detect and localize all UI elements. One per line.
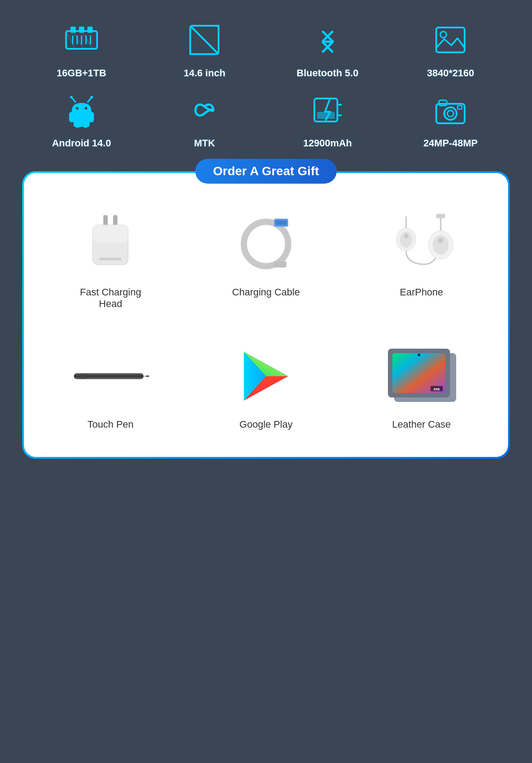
- spec-mtk: MTK: [145, 88, 264, 149]
- gift-earphone: EarPhone: [348, 200, 495, 319]
- gift-case-label: Leather Case: [392, 419, 451, 430]
- spec-storage: 16GB+1TB: [22, 18, 141, 79]
- svg-point-16: [440, 31, 446, 38]
- svg-line-13: [190, 26, 219, 54]
- svg-rect-42: [99, 258, 121, 260]
- gift-title: Order A Great Gift: [213, 164, 319, 178]
- svg-point-67: [418, 354, 420, 356]
- svg-rect-15: [436, 28, 465, 52]
- spec-screen: 14.6 inch: [145, 18, 264, 79]
- spec-resolution-label: 3840*2160: [427, 67, 474, 79]
- gift-pen-label: Touch Pen: [87, 419, 133, 430]
- gift-cable: Charging Cable: [193, 200, 340, 319]
- screen-icon: [182, 18, 227, 62]
- earphone-image: [382, 208, 462, 279]
- memory-icon: [59, 18, 104, 62]
- googleplay-image: [226, 341, 306, 412]
- svg-text:858: 858: [434, 387, 440, 391]
- svg-rect-56: [436, 214, 445, 218]
- spec-mtk-label: MTK: [194, 138, 215, 149]
- svg-point-50: [404, 234, 408, 238]
- svg-point-53: [438, 238, 443, 243]
- svg-rect-59: [81, 374, 86, 379]
- image-icon: [428, 18, 473, 62]
- svg-rect-47: [274, 261, 286, 267]
- chip-icon: [182, 88, 227, 132]
- spec-bluetooth: Bluetooth 5.0: [268, 18, 387, 79]
- svg-marker-58: [144, 375, 149, 378]
- svg-rect-37: [458, 106, 462, 109]
- svg-point-21: [76, 107, 78, 110]
- gift-cable-label: Charging Cable: [232, 287, 300, 298]
- svg-point-20: [90, 96, 93, 98]
- svg-rect-27: [83, 124, 88, 128]
- android-icon: [59, 88, 104, 132]
- svg-rect-46: [276, 220, 286, 225]
- spec-battery-label: 12900mAh: [303, 138, 352, 149]
- spec-battery: 12900mAh: [268, 88, 387, 149]
- charger-image: [70, 208, 150, 279]
- cable-image: [226, 208, 306, 279]
- specs-grid: 16GB+1TB 14.6 inch Bluetooth 5.0: [22, 18, 510, 149]
- svg-rect-39: [113, 215, 117, 226]
- svg-rect-43: [93, 225, 128, 243]
- svg-rect-2: [79, 27, 84, 33]
- svg-rect-32: [317, 112, 335, 119]
- gift-case: 858 Leather Case: [348, 332, 495, 439]
- spec-camera: 24MP-48MP: [391, 88, 510, 149]
- svg-line-9: [66, 31, 75, 49]
- svg-rect-3: [87, 27, 93, 33]
- gift-earphone-label: EarPhone: [400, 287, 443, 298]
- svg-rect-38: [103, 215, 108, 226]
- svg-line-17: [72, 98, 75, 102]
- case-image: 858: [382, 341, 462, 412]
- svg-point-22: [85, 107, 87, 110]
- gift-header: Order A Great Gift: [195, 159, 336, 184]
- camera-icon: [428, 88, 473, 132]
- gift-googleplay-label: Google Play: [239, 419, 293, 430]
- spec-android-label: Android 14.0: [52, 138, 111, 149]
- gift-inner: Fast ChargingHead Charging Cable: [24, 173, 508, 457]
- svg-point-34: [444, 107, 457, 120]
- bluetooth-icon: [305, 18, 350, 62]
- spec-storage-label: 16GB+1TB: [57, 67, 106, 79]
- spec-resolution: 3840*2160: [391, 18, 510, 79]
- gift-googleplay: Google Play: [193, 332, 340, 439]
- gift-grid: Fast ChargingHead Charging Cable: [37, 200, 495, 439]
- pen-image: [70, 341, 150, 412]
- svg-rect-26: [75, 124, 80, 128]
- gift-pen: Touch Pen: [37, 332, 184, 439]
- battery-icon: [305, 88, 350, 132]
- gift-charger-label: Fast ChargingHead: [80, 287, 141, 310]
- svg-point-18: [70, 96, 73, 98]
- gift-charger: Fast ChargingHead: [37, 200, 184, 319]
- svg-line-19: [88, 98, 91, 102]
- svg-point-35: [447, 110, 454, 117]
- gift-section: Order A Great Gift: [22, 171, 510, 459]
- spec-android: Android 14.0: [22, 88, 141, 149]
- spec-camera-label: 24MP-48MP: [423, 138, 477, 149]
- spec-screen-label: 14.6 inch: [184, 67, 225, 79]
- spec-bluetooth-label: Bluetooth 5.0: [297, 67, 358, 79]
- svg-point-44: [244, 222, 288, 266]
